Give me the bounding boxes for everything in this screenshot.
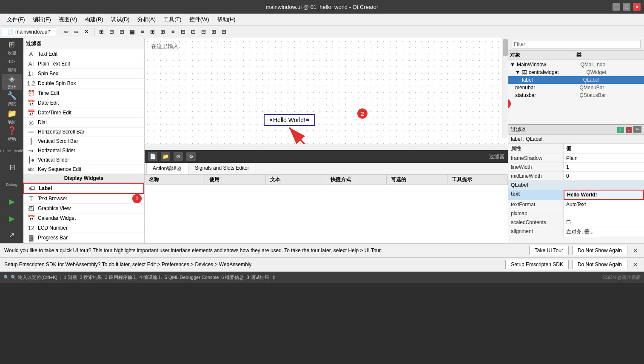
action-btn-open[interactable]: 📁 <box>161 152 170 161</box>
toolbar-nav-right[interactable]: ⇨ <box>72 27 81 37</box>
prop-row-midlinewidth[interactable]: midLineWidth 0 <box>508 172 644 181</box>
widget-item-spinbox[interactable]: 1↑ Spin Box <box>23 69 144 79</box>
close-button[interactable]: ✕ <box>633 3 641 11</box>
status-toggle[interactable]: ⇕ <box>272 275 276 280</box>
widget-item-hscrollbar[interactable]: ━━ Horizontal Scroll Bar <box>23 128 144 136</box>
canvas-horizontal-scrollbar[interactable] <box>145 144 508 150</box>
obj-row-statusbar[interactable]: statusbar QStatusBar <box>508 91 644 99</box>
maximize-button[interactable]: □ <box>623 3 630 11</box>
sidebar-item-edit[interactable]: ✏ 编辑 <box>2 57 22 73</box>
prop-row-alignment[interactable]: alignment 左对齐, 垂... <box>508 227 644 237</box>
prop-value[interactable]: 0 <box>564 172 644 180</box>
menu-tools[interactable]: 工具(T) <box>160 15 185 24</box>
sidebar-item-debug[interactable]: 🔧 调试 <box>2 91 22 107</box>
toolbar-btn-7[interactable]: ⊞ <box>158 27 168 37</box>
hello-world-widget[interactable]: Hello World! <box>264 114 315 126</box>
widget-item-dateedit[interactable]: 📅 Date Edit <box>23 98 144 108</box>
prop-add-button[interactable]: + <box>617 127 624 133</box>
toolbar-btn-8[interactable]: ≡ <box>168 27 178 37</box>
status-search[interactable]: 🔍 🔍 输入以定位(Ctrl+K) <box>3 274 57 281</box>
prop-value[interactable]: AutoText <box>564 200 644 209</box>
widget-item-hslider[interactable]: ━● Horizontal Slider <box>23 146 144 155</box>
widget-item-label[interactable]: 🏷 Label <box>23 183 144 194</box>
widget-item-progressbar[interactable]: ▓ Progress Bar <box>23 233 144 243</box>
status-app-output[interactable]: 3 应用程序输出 <box>105 274 137 281</box>
sidebar-play-btn[interactable]: ▶ <box>2 193 22 210</box>
toolbar-btn-12[interactable]: ⊞ <box>209 27 219 37</box>
status-overview[interactable]: 6 概要信息 <box>221 274 244 281</box>
minimize-button[interactable]: ─ <box>613 3 620 11</box>
widget-item-lcdnumber[interactable]: 12 LCD Number <box>23 223 144 233</box>
close-notification-2[interactable]: ✕ <box>631 261 640 269</box>
widget-item-dial[interactable]: ◎ Dial <box>23 118 144 128</box>
toolbar-btn-13[interactable]: ⊟ <box>219 27 229 37</box>
sidebar-item-design[interactable]: ◈ 设计 <box>2 74 22 90</box>
widget-item-timeedit[interactable]: ⏰ Time Edit <box>23 88 144 98</box>
menu-debug[interactable]: 调试(D) <box>108 15 133 24</box>
toolbar-btn-1[interactable]: ⊞ <box>97 27 106 37</box>
menu-file[interactable]: 文件(F) <box>3 15 28 24</box>
sidebar-play-btn2[interactable]: ▶ <box>2 210 22 227</box>
toolbar-btn-3[interactable]: ⊞ <box>117 27 127 37</box>
sidebar-item-monitor[interactable]: 🖥 <box>2 160 22 176</box>
obj-row-mainwindow[interactable]: ▼ MainWindow QMai...ndo <box>508 61 644 68</box>
status-problems[interactable]: 1 问题 <box>64 274 77 281</box>
prop-row-linewidth[interactable]: lineWidth 1 <box>508 163 644 172</box>
widget-item-textedit[interactable]: A Text Edit <box>23 49 144 59</box>
toolbar-close-file[interactable]: ✕ <box>82 27 91 37</box>
do-not-show-again-button-2[interactable]: Do Not Show Again <box>572 260 627 269</box>
design-canvas[interactable]: 在这里输入 Hello World! 2 <box>145 38 508 144</box>
toolbar-btn-6[interactable]: ⊞ <box>148 27 157 37</box>
sidebar-item-project[interactable]: 📁 项目 <box>2 109 22 125</box>
status-qml-debugger[interactable]: 5 QML Debugger Console <box>165 275 219 280</box>
prop-row-textformat[interactable]: textFormat AutoText <box>508 200 644 209</box>
menu-help[interactable]: 帮助(H) <box>214 15 239 24</box>
filter-input[interactable] <box>512 40 641 48</box>
canvas-vertical-scrollbar[interactable] <box>502 38 508 138</box>
action-btn-settings[interactable]: ⚙ <box>186 152 196 161</box>
menu-analyze[interactable]: 分析(A) <box>134 15 159 24</box>
widget-item-textbrowser[interactable]: T Text Browser 1 <box>23 194 144 204</box>
action-btn-delete[interactable]: ⊘ <box>174 152 183 161</box>
do-not-show-again-button-1[interactable]: Do Not Show Again <box>572 246 627 255</box>
action-btn-new[interactable]: 📄 <box>148 152 157 161</box>
sidebar-item-help[interactable]: ❓ 帮助 <box>2 126 22 142</box>
close-notification-1[interactable]: ✕ <box>631 247 640 255</box>
widget-item-vslider[interactable]: ┃● Vertical Slider <box>23 155 144 165</box>
status-search-results[interactable]: 2 搜索结果 <box>80 274 102 281</box>
tab-signals-slots[interactable]: Signals and Slots Editor <box>188 163 255 174</box>
widget-item-calendar[interactable]: 📅 Calendar Widget <box>23 213 144 223</box>
menu-widget[interactable]: 控件(W) <box>186 15 213 24</box>
sidebar-item-welcome[interactable]: ⊞ 欢迎 <box>2 40 22 56</box>
widget-item-doublespinbox[interactable]: 1.2 Double Spin Box <box>23 79 144 88</box>
prop-remove-button[interactable]: - <box>626 127 632 133</box>
obj-row-menubar[interactable]: menubar QMenuBar <box>508 84 644 91</box>
prop-value[interactable]: Plain <box>564 154 644 162</box>
toolbar-btn-5[interactable]: ≡ <box>138 27 147 37</box>
widget-item-plaintextedit[interactable]: AI Plain Text Edit <box>23 59 144 69</box>
prop-edit-button[interactable]: ✏ <box>633 126 641 133</box>
toolbar-nav-left[interactable]: ⇦ <box>62 27 71 37</box>
prop-row-text[interactable]: text Hello World! 4 <box>508 190 644 200</box>
menu-edit[interactable]: 编辑(E) <box>29 15 54 24</box>
widget-item-hline[interactable]: ─ Horizontal Line <box>23 243 144 243</box>
sidebar-item-debug2[interactable]: Debug <box>2 176 22 193</box>
widget-item-graphicsview[interactable]: 🖼 Graphics View <box>23 204 144 213</box>
file-tab[interactable]: 📄 mainwindow.ui* <box>2 28 56 36</box>
status-compile-output[interactable]: 4 编译输出 <box>140 274 162 281</box>
sidebar-arrow-icon[interactable]: ↗ <box>2 227 22 243</box>
prop-value[interactable]: Hello World! <box>564 190 644 200</box>
sidebar-item-01hello[interactable]: 01_he...world <box>2 143 22 159</box>
scrollbar-thumb[interactable] <box>503 39 508 56</box>
toolbar-btn-10[interactable]: ⊡ <box>189 27 198 37</box>
prop-row-frameshadow[interactable]: frameShadow Plain <box>508 154 644 163</box>
obj-row-label[interactable]: label QLabel <box>508 76 644 84</box>
toolbar-btn-2[interactable]: ⊟ <box>107 27 117 37</box>
toolbar-btn-4[interactable]: ▦ <box>128 27 137 37</box>
prop-value[interactable]: 1 <box>564 163 644 171</box>
widget-item-vscrollbar[interactable]: ┃ Vertical Scroll Bar <box>23 136 144 146</box>
widget-item-datetimeedit[interactable]: 📅 Date/Time Edit <box>23 108 144 118</box>
menu-build[interactable]: 构建(B) <box>81 15 106 24</box>
prop-row-scaledcontents[interactable]: scaledContents ☐ <box>508 218 644 227</box>
prop-value[interactable]: 左对齐, 垂... <box>564 227 644 237</box>
